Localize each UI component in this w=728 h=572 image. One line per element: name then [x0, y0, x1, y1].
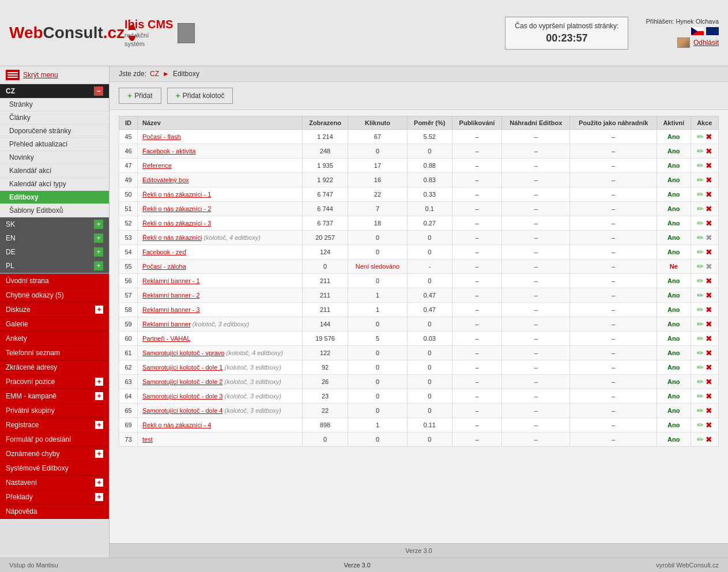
- sidebar-item-novinky[interactable]: Novinky: [0, 151, 109, 164]
- sidebar-lang-cz[interactable]: CZ −: [0, 84, 109, 98]
- edit-button[interactable]: ✏: [697, 435, 704, 444]
- sidebar-item-formular[interactable]: Formulář po odeslání: [0, 432, 109, 447]
- editbox-link[interactable]: Počasí - záloha: [142, 263, 186, 270]
- flag-cz[interactable]: [691, 27, 704, 35]
- sidebar-item-kalendar-typy[interactable]: Kalendář akcí typy: [0, 178, 109, 191]
- editbox-link[interactable]: Řekli o nás zákazníci - 3: [142, 220, 211, 227]
- editbox-link[interactable]: test: [142, 436, 153, 443]
- sidebar-lang-de[interactable]: DE +: [0, 245, 109, 259]
- edit-button[interactable]: ✏: [697, 377, 704, 386]
- sidebar-item-emm[interactable]: EMM - kampaně+: [0, 389, 109, 404]
- hide-menu-row[interactable]: Skrýt menu: [0, 66, 109, 84]
- hide-menu-link[interactable]: Skrýt menu: [23, 71, 58, 79]
- delete-button[interactable]: ✖: [706, 420, 712, 430]
- editbox-link[interactable]: Reklamní banner: [142, 321, 191, 328]
- edit-button[interactable]: ✏: [697, 363, 704, 372]
- edit-button[interactable]: ✏: [697, 420, 704, 430]
- sidebar-item-telefon[interactable]: Telefonní seznam: [0, 346, 109, 360]
- delete-button[interactable]: ✖: [706, 319, 712, 329]
- delete-button[interactable]: ✖: [706, 219, 712, 228]
- edit-button[interactable]: ✏: [697, 406, 704, 415]
- delete-button[interactable]: ✖: [706, 132, 712, 141]
- editbox-link[interactable]: Reklamní banner - 1: [142, 277, 200, 284]
- editbox-link[interactable]: Reference: [142, 162, 172, 169]
- flag-en[interactable]: [706, 27, 719, 35]
- sidebar-item-editboxy[interactable]: Editboxy: [0, 191, 109, 204]
- add-kolotoc-button[interactable]: + Přidat kolotoč: [167, 88, 233, 104]
- editbox-link[interactable]: Editovatelný box: [142, 176, 189, 183]
- editbox-link[interactable]: Partneři - VAHAL: [142, 335, 191, 342]
- sidebar-lang-en[interactable]: EN +: [0, 231, 109, 245]
- edit-button[interactable]: ✏: [697, 319, 704, 329]
- delete-button[interactable]: ✖: [706, 406, 712, 415]
- edit-button[interactable]: ✏: [697, 132, 704, 141]
- edit-button[interactable]: ✏: [697, 219, 704, 228]
- sidebar-item-doporucene[interactable]: Doporučené stránky: [0, 125, 109, 138]
- edit-button[interactable]: ✏: [697, 190, 704, 199]
- delete-button[interactable]: ✖: [706, 161, 712, 170]
- delete-button[interactable]: ✖: [706, 435, 712, 444]
- edit-button[interactable]: ✏: [697, 305, 704, 314]
- editbox-link[interactable]: Řekli o nás zákazníci - 2: [142, 205, 211, 212]
- delete-button[interactable]: ✖: [706, 305, 712, 314]
- sidebar-item-kalendar[interactable]: Kalendář akcí: [0, 164, 109, 178]
- sidebar-item-clanky[interactable]: Články: [0, 111, 109, 125]
- editbox-link[interactable]: Samorotující kolotoč - vpravo: [142, 349, 224, 356]
- delete-button[interactable]: ✖: [706, 377, 712, 386]
- edit-button[interactable]: ✏: [697, 146, 704, 156]
- editbox-link[interactable]: Samorotující kolotoč - dole 3: [142, 393, 222, 400]
- sidebar-item-privatni[interactable]: Privátní skupiny: [0, 404, 109, 418]
- sidebar-item-diskuze[interactable]: Diskuze+: [0, 303, 109, 317]
- delete-button[interactable]: ✖: [706, 348, 712, 358]
- editbox-link[interactable]: Řekli o nás zákazníci: [142, 234, 202, 241]
- sidebar-item-uvodni[interactable]: Úvodní strana: [0, 274, 109, 288]
- sidebar-item-prehled[interactable]: Přehled aktualizací: [0, 138, 109, 151]
- delete-button[interactable]: ✖: [706, 392, 712, 401]
- edit-button[interactable]: ✏: [697, 233, 704, 242]
- sidebar-item-ankety[interactable]: Ankety: [0, 332, 109, 346]
- sidebar-item-galerie[interactable]: Galerie: [0, 317, 109, 332]
- delete-button[interactable]: ✖: [706, 363, 712, 372]
- delete-button[interactable]: ✖: [706, 175, 712, 185]
- delete-button[interactable]: ✖: [706, 190, 712, 199]
- sidebar-item-sablony[interactable]: Šablony Editboxů: [0, 204, 109, 217]
- add-button[interactable]: + Přidat: [119, 88, 161, 104]
- editbox-link[interactable]: Řekli o nás zákazníci - 1: [142, 191, 211, 198]
- editbox-link[interactable]: Samorotující kolotoč - dole 2: [142, 378, 222, 385]
- editbox-link[interactable]: Facebook - aktivita: [142, 148, 195, 155]
- edit-button[interactable]: ✏: [697, 392, 704, 401]
- sidebar-item-nastaveni[interactable]: Nastavení+: [0, 476, 109, 490]
- sidebar-item-pracovni[interactable]: Pracovní pozice+: [0, 375, 109, 389]
- edit-button[interactable]: ✏: [697, 334, 704, 343]
- sidebar-item-systemove[interactable]: Systémové Editboxy: [0, 461, 109, 476]
- edit-button[interactable]: ✏: [697, 262, 704, 271]
- sidebar-item-chybne[interactable]: Chybné odkazy (5): [0, 288, 109, 303]
- logout-button[interactable]: Odhlásit: [693, 39, 719, 47]
- editbox-link[interactable]: Reklamní banner - 2: [142, 292, 200, 299]
- delete-button[interactable]: ✖: [706, 247, 712, 257]
- sidebar-lang-sk[interactable]: SK +: [0, 217, 109, 231]
- delete-button[interactable]: ✖: [706, 291, 712, 300]
- delete-button[interactable]: ✖: [706, 276, 712, 285]
- footer-mantis-link[interactable]: Vstup do Mantisu: [9, 562, 58, 569]
- edit-button[interactable]: ✏: [697, 204, 704, 213]
- delete-button[interactable]: ✖: [706, 204, 712, 213]
- delete-button[interactable]: ✖: [706, 146, 712, 156]
- sidebar-lang-pl[interactable]: PL +: [0, 259, 109, 274]
- edit-button[interactable]: ✏: [697, 348, 704, 358]
- sidebar-item-stranky[interactable]: Stránky: [0, 98, 109, 111]
- sidebar-item-registrace[interactable]: Registrace+: [0, 418, 109, 432]
- sidebar-item-napoveda[interactable]: Nápověda: [0, 505, 109, 519]
- editbox-link[interactable]: Samorotující kolotoč - dole 4: [142, 407, 222, 414]
- sidebar-item-preklady[interactable]: Překlady+: [0, 490, 109, 505]
- editbox-link[interactable]: Facebook - zeď: [142, 249, 186, 255]
- edit-button[interactable]: ✏: [697, 247, 704, 257]
- editbox-link[interactable]: Řekli o nás zákazníci - 4: [142, 422, 211, 428]
- sidebar-item-oznamene[interactable]: Oznámené chyby+: [0, 447, 109, 461]
- edit-button[interactable]: ✏: [697, 276, 704, 285]
- editbox-link[interactable]: Počasí - flash: [142, 133, 181, 140]
- sidebar-item-zkracene[interactable]: Zkrácené adresy: [0, 360, 109, 375]
- editbox-link[interactable]: Samorotující kolotoč - dole 1: [142, 364, 222, 371]
- edit-button[interactable]: ✏: [697, 161, 704, 170]
- edit-button[interactable]: ✏: [697, 291, 704, 300]
